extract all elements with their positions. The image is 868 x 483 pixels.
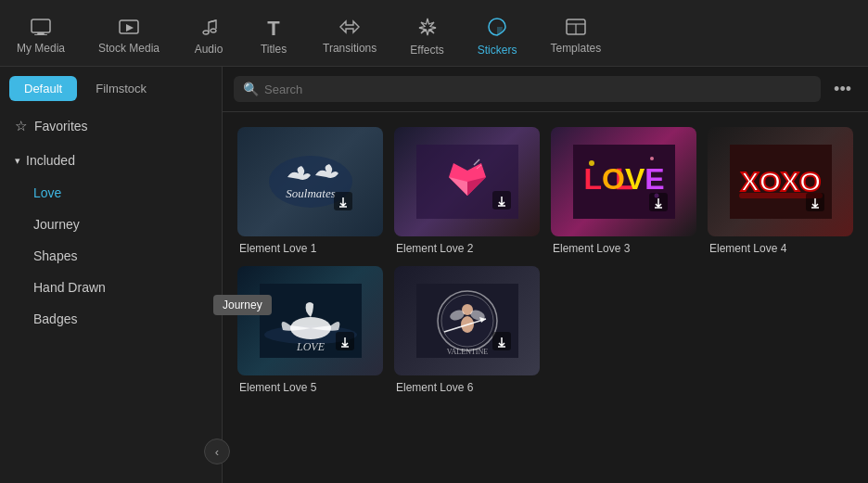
tab-default[interactable]: Default	[9, 76, 77, 101]
sidebar-item-love[interactable]: Love	[0, 177, 222, 209]
nav-transitions[interactable]: Transitions	[306, 13, 393, 60]
stock-media-icon	[119, 19, 139, 38]
nav-effects[interactable]: Effects	[393, 11, 460, 62]
svg-text:XOXO: XOXO	[740, 166, 821, 197]
sidebar-item-journey[interactable]: Journey	[0, 209, 222, 240]
sticker-thumb-6: VALENTINE	[394, 266, 540, 375]
nav-templates[interactable]: Templates	[533, 13, 618, 60]
audio-icon	[199, 18, 218, 39]
svg-rect-1	[37, 32, 45, 34]
sidebar: Default Filmstock ☆ Favorites ▾ Included…	[0, 67, 223, 483]
nav-my-media-label: My Media	[17, 42, 65, 55]
top-nav: My Media Stock Media Audio T Titles Tran…	[0, 0, 868, 67]
main-layout: Default Filmstock ☆ Favorites ▾ Included…	[0, 67, 868, 483]
included-label: Included	[26, 153, 75, 168]
sticker-thumb-3: L LOVE	[551, 127, 696, 236]
stickers-grid: Soulmates Element Love 1	[223, 112, 868, 409]
svg-point-5	[203, 31, 209, 34]
journey-tooltip: Journey	[213, 295, 272, 315]
sidebar-item-badges[interactable]: Badges	[0, 303, 222, 335]
svg-point-26	[589, 160, 594, 166]
svg-text:LOVE: LOVE	[296, 340, 326, 353]
sidebar-item-hand-drawn[interactable]: Hand Drawn	[0, 272, 222, 303]
sidebar-tabs: Default Filmstock	[0, 67, 222, 101]
nav-my-media[interactable]: My Media	[0, 13, 82, 60]
tab-filmstock[interactable]: Filmstock	[81, 76, 161, 101]
svg-point-6	[211, 29, 216, 32]
sidebar-item-shapes[interactable]: Shapes	[0, 240, 222, 272]
sticker-label-6: Element Love 6	[394, 381, 540, 394]
sticker-card-6[interactable]: VALENTINE Element Love 6	[394, 266, 540, 394]
titles-icon: T	[267, 19, 279, 39]
star-icon: ☆	[15, 118, 27, 134]
svg-marker-4	[126, 24, 134, 32]
nav-transitions-label: Transitions	[323, 42, 377, 55]
svg-point-27	[650, 157, 654, 160]
chevron-down-icon: ▾	[15, 155, 20, 167]
nav-templates-label: Templates	[550, 42, 601, 55]
sticker-card-4[interactable]: XOXO Element Love 4	[708, 127, 853, 255]
effects-icon	[417, 17, 438, 40]
nav-stock-media-label: Stock Media	[98, 42, 160, 55]
nav-audio-label: Audio	[195, 43, 223, 56]
search-input-wrap[interactable]: 🔍	[234, 76, 821, 102]
sticker-label-2: Element Love 2	[394, 242, 540, 255]
favorites-item[interactable]: ☆ Favorites	[0, 108, 222, 144]
svg-text:Soulmates: Soulmates	[286, 186, 335, 200]
nav-stickers[interactable]: Stickers	[461, 11, 534, 62]
nav-effects-label: Effects	[410, 44, 443, 57]
sticker-label-3: Element Love 3	[551, 242, 696, 255]
sticker-card-1[interactable]: Soulmates Element Love 1	[237, 127, 383, 255]
nav-titles-label: Titles	[261, 43, 287, 56]
sticker-label-4: Element Love 4	[708, 242, 853, 255]
svg-line-7	[209, 20, 216, 22]
svg-text:VALENTINE: VALENTINE	[446, 348, 487, 356]
sidebar-collapse-button[interactable]: ‹	[204, 439, 230, 464]
more-options-button[interactable]: •••	[828, 80, 857, 99]
sticker-card-5[interactable]: LOVE Element Love 5	[237, 266, 383, 394]
sticker-card-2[interactable]: Element Love 2	[394, 127, 540, 255]
svg-text:LOVE: LOVE	[583, 162, 664, 196]
svg-rect-0	[32, 19, 50, 32]
sticker-thumb-2	[394, 127, 540, 236]
transitions-icon	[338, 19, 361, 38]
search-icon: 🔍	[243, 82, 259, 96]
nav-titles[interactable]: T Titles	[241, 13, 306, 61]
sticker-card-3[interactable]: L LOVE	[551, 127, 696, 255]
content-area: 🔍 •••	[223, 67, 868, 483]
svg-rect-2	[34, 34, 47, 35]
included-section-header[interactable]: ▾ Included	[0, 144, 222, 177]
nav-stickers-label: Stickers	[478, 44, 517, 57]
sidebar-list: ☆ Favorites ▾ Included Love Journey Shap…	[0, 101, 222, 483]
favorites-label: Favorites	[34, 119, 88, 133]
stickers-icon	[487, 17, 507, 40]
soulmates-visual: Soulmates	[237, 127, 383, 236]
sticker-thumb-4: XOXO	[708, 127, 853, 236]
nav-audio[interactable]: Audio	[176, 12, 241, 61]
sticker-label-5: Element Love 5	[237, 381, 383, 394]
chevron-left-icon: ‹	[215, 445, 219, 459]
sticker-thumb-5: LOVE	[237, 266, 383, 375]
my-media-icon	[31, 19, 51, 38]
sticker-thumb-1: Soulmates	[237, 127, 383, 236]
search-bar: 🔍 •••	[223, 67, 868, 112]
templates-icon	[566, 19, 586, 38]
sticker-label-1: Element Love 1	[237, 242, 383, 255]
nav-stock-media[interactable]: Stock Media	[82, 13, 176, 60]
search-input[interactable]	[264, 83, 811, 96]
